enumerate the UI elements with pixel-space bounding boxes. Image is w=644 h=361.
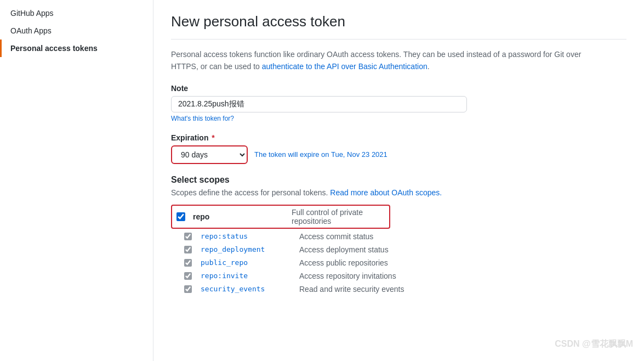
- sidebar: GitHub Apps OAuth Apps Personal access t…: [0, 0, 153, 361]
- repo-checkbox[interactable]: [176, 212, 185, 221]
- repo-deployment-row: repo_deployment Access deployment status: [171, 243, 626, 256]
- repo-scope-wrapper: repo Full control of private repositorie…: [171, 205, 390, 229]
- expiration-group: Expiration * 30 days 60 days 90 days Cus…: [171, 133, 626, 164]
- note-label: Note: [171, 84, 626, 93]
- security-events-description: Read and write security events: [299, 285, 626, 294]
- repo-deployment-checkbox[interactable]: [184, 246, 192, 253]
- repo-status-row: repo:status Access commit status: [171, 230, 626, 243]
- description-text: Personal access tokens function like ord…: [171, 48, 609, 73]
- sidebar-item-personal-access-tokens[interactable]: Personal access tokens: [0, 40, 153, 57]
- repo-invite-label[interactable]: repo:invite: [201, 272, 299, 280]
- security-events-checkbox[interactable]: [184, 285, 192, 293]
- sidebar-item-oauth-apps[interactable]: OAuth Apps: [0, 22, 153, 40]
- public-repo-label[interactable]: public_repo: [201, 258, 299, 267]
- repo-status-description: Access commit status: [299, 232, 626, 241]
- public-repo-checkbox[interactable]: [184, 259, 192, 267]
- repo-deployment-label[interactable]: repo_deployment: [201, 245, 299, 253]
- expiration-label: Expiration *: [171, 133, 626, 142]
- note-input[interactable]: [171, 96, 467, 112]
- required-star: *: [212, 133, 214, 142]
- oauth-scopes-link[interactable]: Read more about OAuth scopes.: [330, 188, 442, 197]
- main-content: New personal access token Personal acces…: [153, 0, 644, 361]
- basic-auth-link[interactable]: authenticate to the API over Basic Authe…: [262, 62, 428, 71]
- scopes-group: Select scopes Scopes define the access f…: [171, 175, 626, 296]
- security-events-label[interactable]: security_events: [201, 285, 299, 293]
- repo-status-checkbox[interactable]: [184, 233, 192, 240]
- expiration-label-text: Expiration: [171, 133, 208, 142]
- scopes-title: Select scopes: [171, 175, 626, 185]
- expiration-select[interactable]: 30 days 60 days 90 days Custom No expira…: [171, 145, 248, 164]
- repo-invite-description: Access repository invitations: [299, 272, 626, 280]
- page-title: New personal access token: [171, 13, 626, 40]
- repo-label[interactable]: repo: [193, 212, 292, 221]
- note-group: Note What's this token for?: [171, 84, 626, 122]
- repo-invite-checkbox[interactable]: [184, 272, 192, 280]
- expiration-row: 30 days 60 days 90 days Custom No expira…: [171, 145, 626, 164]
- scopes-description: Scopes define the access for personal to…: [171, 188, 626, 197]
- repo-status-label[interactable]: repo:status: [201, 232, 299, 240]
- public-repo-description: Access public repositories: [299, 258, 626, 267]
- note-hint[interactable]: What's this token for?: [171, 115, 626, 122]
- security-events-row: security_events Read and write security …: [171, 283, 626, 296]
- scopes-description-text: Scopes define the access for personal to…: [171, 188, 330, 197]
- repo-description: Full control of private repositories: [292, 208, 385, 225]
- repo-deployment-description: Access deployment status: [299, 245, 626, 254]
- expiration-info: The token will expire on Tue, Nov 23 202…: [254, 150, 387, 159]
- public-repo-row: public_repo Access public repositories: [171, 256, 626, 269]
- sidebar-item-github-apps[interactable]: GitHub Apps: [0, 4, 153, 22]
- repo-invite-row: repo:invite Access repository invitation…: [171, 269, 626, 283]
